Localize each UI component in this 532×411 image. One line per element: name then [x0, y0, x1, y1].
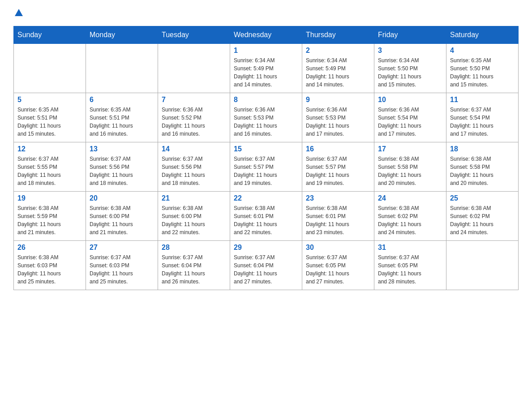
calendar-cell: 4Sunrise: 6:35 AM Sunset: 5:50 PM Daylig…	[446, 44, 519, 93]
calendar-cell: 1Sunrise: 6:34 AM Sunset: 5:49 PM Daylig…	[230, 44, 302, 93]
day-number: 3	[378, 47, 442, 55]
day-info: Sunrise: 6:38 AM Sunset: 6:01 PM Dayligh…	[234, 204, 298, 236]
day-number: 7	[162, 96, 226, 104]
calendar-table: SundayMondayTuesdayWednesdayThursdayFrid…	[13, 26, 519, 290]
day-info: Sunrise: 6:35 AM Sunset: 5:51 PM Dayligh…	[90, 106, 154, 138]
day-number: 24	[378, 194, 442, 202]
calendar-week-row: 1Sunrise: 6:34 AM Sunset: 5:49 PM Daylig…	[14, 44, 519, 93]
page-header	[13, 9, 519, 18]
calendar-cell: 3Sunrise: 6:34 AM Sunset: 5:50 PM Daylig…	[374, 44, 446, 93]
day-info: Sunrise: 6:38 AM Sunset: 6:01 PM Dayligh…	[306, 204, 370, 236]
calendar-week-row: 26Sunrise: 6:38 AM Sunset: 6:03 PM Dayli…	[14, 241, 519, 290]
day-info: Sunrise: 6:37 AM Sunset: 6:05 PM Dayligh…	[378, 253, 442, 286]
day-info: Sunrise: 6:37 AM Sunset: 6:04 PM Dayligh…	[162, 253, 226, 286]
logo	[13, 9, 23, 18]
day-info: Sunrise: 6:34 AM Sunset: 5:49 PM Dayligh…	[234, 56, 298, 89]
weekday-header-sunday: Sunday	[14, 26, 86, 44]
calendar-cell: 16Sunrise: 6:37 AM Sunset: 5:57 PM Dayli…	[302, 142, 374, 192]
weekday-header-saturday: Saturday	[446, 26, 519, 44]
day-number: 21	[162, 194, 226, 202]
calendar-cell: 21Sunrise: 6:38 AM Sunset: 6:00 PM Dayli…	[158, 192, 230, 241]
calendar-cell: 22Sunrise: 6:38 AM Sunset: 6:01 PM Dayli…	[230, 192, 302, 241]
calendar-cell: 5Sunrise: 6:35 AM Sunset: 5:51 PM Daylig…	[14, 93, 86, 142]
day-number: 30	[306, 244, 370, 252]
calendar-cell: 15Sunrise: 6:37 AM Sunset: 5:57 PM Dayli…	[230, 142, 302, 192]
calendar-cell: 24Sunrise: 6:38 AM Sunset: 6:02 PM Dayli…	[374, 192, 446, 241]
calendar-cell: 17Sunrise: 6:38 AM Sunset: 5:58 PM Dayli…	[374, 142, 446, 192]
day-info: Sunrise: 6:37 AM Sunset: 5:56 PM Dayligh…	[90, 155, 154, 187]
calendar-cell: 25Sunrise: 6:38 AM Sunset: 6:02 PM Dayli…	[446, 192, 519, 241]
day-number: 28	[162, 244, 226, 252]
calendar-cell: 30Sunrise: 6:37 AM Sunset: 6:05 PM Dayli…	[302, 241, 374, 290]
calendar-cell: 18Sunrise: 6:38 AM Sunset: 5:58 PM Dayli…	[446, 142, 519, 192]
calendar-cell: 11Sunrise: 6:37 AM Sunset: 5:54 PM Dayli…	[446, 93, 519, 142]
day-info: Sunrise: 6:37 AM Sunset: 5:57 PM Dayligh…	[306, 155, 370, 187]
day-info: Sunrise: 6:34 AM Sunset: 5:50 PM Dayligh…	[378, 56, 442, 89]
calendar-cell: 19Sunrise: 6:38 AM Sunset: 5:59 PM Dayli…	[14, 192, 86, 241]
weekday-header-friday: Friday	[374, 26, 446, 44]
calendar-cell: 27Sunrise: 6:37 AM Sunset: 6:03 PM Dayli…	[86, 241, 158, 290]
day-info: Sunrise: 6:36 AM Sunset: 5:53 PM Dayligh…	[234, 106, 298, 138]
day-info: Sunrise: 6:38 AM Sunset: 5:58 PM Dayligh…	[378, 155, 442, 187]
calendar-cell: 23Sunrise: 6:38 AM Sunset: 6:01 PM Dayli…	[302, 192, 374, 241]
day-number: 11	[450, 96, 515, 104]
day-info: Sunrise: 6:37 AM Sunset: 6:05 PM Dayligh…	[306, 253, 370, 286]
day-number: 18	[450, 145, 515, 153]
calendar-cell	[158, 44, 230, 93]
weekday-header-monday: Monday	[86, 26, 158, 44]
day-info: Sunrise: 6:37 AM Sunset: 5:54 PM Dayligh…	[450, 106, 515, 138]
day-number: 25	[450, 194, 515, 202]
day-number: 5	[17, 96, 82, 104]
day-number: 15	[234, 145, 298, 153]
day-number: 2	[306, 47, 370, 55]
calendar-cell: 2Sunrise: 6:34 AM Sunset: 5:49 PM Daylig…	[302, 44, 374, 93]
day-number: 20	[90, 194, 154, 202]
weekday-header-tuesday: Tuesday	[158, 26, 230, 44]
calendar-cell: 13Sunrise: 6:37 AM Sunset: 5:56 PM Dayli…	[86, 142, 158, 192]
day-info: Sunrise: 6:36 AM Sunset: 5:52 PM Dayligh…	[162, 106, 226, 138]
calendar-cell: 9Sunrise: 6:36 AM Sunset: 5:53 PM Daylig…	[302, 93, 374, 142]
day-number: 17	[378, 145, 442, 153]
calendar-week-row: 12Sunrise: 6:37 AM Sunset: 5:55 PM Dayli…	[14, 142, 519, 192]
day-info: Sunrise: 6:34 AM Sunset: 5:49 PM Dayligh…	[306, 56, 370, 89]
day-number: 23	[306, 194, 370, 202]
day-info: Sunrise: 6:38 AM Sunset: 6:02 PM Dayligh…	[450, 204, 515, 236]
day-info: Sunrise: 6:38 AM Sunset: 6:03 PM Dayligh…	[17, 253, 82, 286]
day-number: 26	[17, 244, 82, 252]
day-number: 10	[378, 96, 442, 104]
calendar-cell: 6Sunrise: 6:35 AM Sunset: 5:51 PM Daylig…	[86, 93, 158, 142]
calendar-cell: 7Sunrise: 6:36 AM Sunset: 5:52 PM Daylig…	[158, 93, 230, 142]
calendar-cell: 14Sunrise: 6:37 AM Sunset: 5:56 PM Dayli…	[158, 142, 230, 192]
day-info: Sunrise: 6:36 AM Sunset: 5:53 PM Dayligh…	[306, 106, 370, 138]
day-number: 14	[162, 145, 226, 153]
day-number: 8	[234, 96, 298, 104]
calendar-cell: 26Sunrise: 6:38 AM Sunset: 6:03 PM Dayli…	[14, 241, 86, 290]
day-info: Sunrise: 6:38 AM Sunset: 5:59 PM Dayligh…	[17, 204, 82, 236]
day-info: Sunrise: 6:37 AM Sunset: 5:56 PM Dayligh…	[162, 155, 226, 187]
day-info: Sunrise: 6:37 AM Sunset: 5:55 PM Dayligh…	[17, 155, 82, 187]
calendar-cell: 20Sunrise: 6:38 AM Sunset: 6:00 PM Dayli…	[86, 192, 158, 241]
calendar-cell: 10Sunrise: 6:36 AM Sunset: 5:54 PM Dayli…	[374, 93, 446, 142]
calendar-cell: 28Sunrise: 6:37 AM Sunset: 6:04 PM Dayli…	[158, 241, 230, 290]
calendar-cell	[14, 44, 86, 93]
day-number: 27	[90, 244, 154, 252]
calendar-cell: 8Sunrise: 6:36 AM Sunset: 5:53 PM Daylig…	[230, 93, 302, 142]
day-number: 4	[450, 47, 515, 55]
weekday-header-thursday: Thursday	[302, 26, 374, 44]
day-number: 16	[306, 145, 370, 153]
day-info: Sunrise: 6:36 AM Sunset: 5:54 PM Dayligh…	[378, 106, 442, 138]
day-number: 31	[378, 244, 442, 252]
calendar-week-row: 19Sunrise: 6:38 AM Sunset: 5:59 PM Dayli…	[14, 192, 519, 241]
calendar-cell	[86, 44, 158, 93]
day-number: 12	[17, 145, 82, 153]
day-info: Sunrise: 6:38 AM Sunset: 6:00 PM Dayligh…	[90, 204, 154, 236]
day-info: Sunrise: 6:38 AM Sunset: 6:00 PM Dayligh…	[162, 204, 226, 236]
day-info: Sunrise: 6:37 AM Sunset: 5:57 PM Dayligh…	[234, 155, 298, 187]
day-info: Sunrise: 6:38 AM Sunset: 6:02 PM Dayligh…	[378, 204, 442, 236]
day-number: 13	[90, 145, 154, 153]
day-number: 19	[17, 194, 82, 202]
day-number: 29	[234, 244, 298, 252]
weekday-header-row: SundayMondayTuesdayWednesdayThursdayFrid…	[14, 26, 519, 44]
day-number: 6	[90, 96, 154, 104]
day-info: Sunrise: 6:35 AM Sunset: 5:51 PM Dayligh…	[17, 106, 82, 138]
